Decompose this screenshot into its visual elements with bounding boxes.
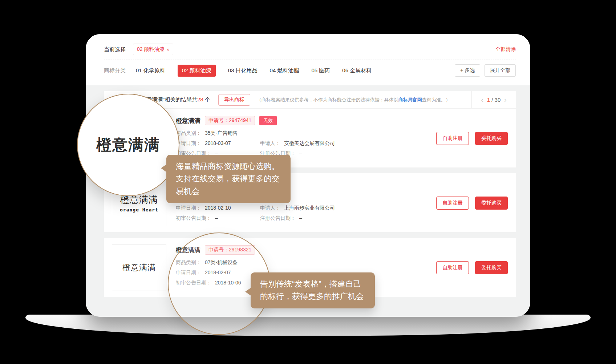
category-list: 01 化学原料 02 颜料油漆 03 日化用品 04 燃料油脂 05 医药 06…: [136, 65, 372, 77]
thumbnail-text: 橙意满满: [122, 262, 156, 273]
application-number-badge: 申请号：29474941: [205, 116, 255, 125]
pagination: ‹ 1 / 30 ›: [471, 91, 516, 108]
trademark-thumbnail[interactable]: 橙意满满: [112, 244, 166, 291]
category-item-06[interactable]: 06 金属材料: [342, 67, 372, 74]
current-page: 1: [487, 97, 490, 103]
trademark-name[interactable]: 橙意满满: [176, 117, 200, 125]
row-actions: 自助注册 委托购买: [429, 197, 508, 210]
first-notice-label: 初审公告日期：: [176, 215, 211, 222]
next-page-icon[interactable]: ›: [504, 96, 506, 103]
self-register-button[interactable]: 自助注册: [436, 197, 469, 210]
table-row: 橙意满满 orange Heart 橙意满满 申请号：29482153 已注册 …: [104, 173, 516, 232]
category-item-05[interactable]: 05 医药: [311, 67, 330, 74]
results-header: 为您检索到“橙意满满”相关的结果共28 个 导出商标 （商标检索结果仅供参考，不…: [104, 91, 516, 109]
filter-panel: 当前选择 02 颜料油漆 × 全部清除 商标分类 01 化学原料 02 颜料油漆…: [86, 34, 530, 85]
trademark-office-link[interactable]: 商标局官网: [398, 97, 422, 102]
apply-no-value: 29474941: [229, 117, 251, 123]
laptop-base: [25, 315, 591, 336]
export-trademark-button[interactable]: 导出商标: [218, 94, 250, 106]
magnified-trademark-text: 橙意满满: [96, 135, 160, 155]
row-detail: 橙意满满 申请号：29474941 无效 商品类别：35类-广告销售 申请日期：…: [176, 115, 429, 160]
category-item-03[interactable]: 03 日化用品: [228, 67, 258, 74]
selected-filter-chip-label: 02 颜料油漆: [137, 46, 164, 53]
category-item-01[interactable]: 01 化学原料: [136, 67, 165, 74]
apply-date-value: 2018-02-10: [205, 205, 231, 211]
applicant-label: 申请人：: [260, 205, 280, 211]
selected-filter-chip[interactable]: 02 颜料油漆 ×: [133, 44, 173, 55]
applicant-value: 安徽美达会展有限公司: [284, 140, 335, 147]
category-actions: + 多选 展开全部: [455, 64, 516, 77]
summary-count: 28: [197, 96, 203, 102]
category-item-02-selected[interactable]: 02 颜料油漆: [178, 65, 216, 77]
page-separator: /: [491, 97, 493, 103]
pagination-value: 1 / 30: [487, 97, 501, 103]
self-register-button[interactable]: 自助注册: [436, 261, 469, 274]
apply-no-label: 申请号：: [208, 117, 229, 123]
applicant-value: 上海雨步实业有限公司: [284, 205, 335, 211]
detail-line: 申请日期：2018-02-10 申请人：上海雨步实业有限公司: [176, 205, 429, 211]
disclaimer-suffix: 查询为准。）: [422, 97, 450, 102]
summary-suffix: 个: [203, 96, 210, 102]
thumbnail-subtext: orange Heart: [120, 207, 158, 213]
tooltip-promotion: 告别传统“发表格”，搭建自己的标行，获得更多的推广机会: [251, 272, 375, 308]
entrust-buy-button[interactable]: 委托购买: [475, 197, 508, 210]
reg-notice-value: –: [299, 215, 302, 222]
current-selection-label: 当前选择: [104, 46, 126, 53]
row-actions: 自助注册 委托购买: [429, 132, 508, 145]
reg-notice-value: –: [299, 150, 302, 157]
category-row-label: 商标分类: [104, 67, 126, 74]
disclaimer-text: （商标检索结果仅供参考，不作为商标能否注册的法律依据；具体以商标局官网查询为准。…: [257, 97, 450, 103]
self-register-button[interactable]: 自助注册: [436, 132, 469, 145]
category-value: 35类-广告销售: [205, 130, 238, 137]
current-selection-row: 当前选择 02 颜料油漆 × 全部清除: [104, 41, 516, 58]
remove-filter-icon[interactable]: ×: [166, 47, 169, 52]
reg-notice-label: 注册公告日期：: [260, 215, 296, 222]
row-title-line: 橙意满满 申请号：29474941 无效: [176, 116, 429, 125]
detail-line: 初审公告日期：– 注册公告日期：–: [176, 215, 429, 222]
applicant-label: 申请人：: [260, 140, 280, 147]
category-label: 商品类别：: [176, 130, 201, 137]
multi-select-button[interactable]: + 多选: [455, 64, 480, 77]
results-block-2: 橙意满满 orange Heart 橙意满满 申请号：29482153 已注册 …: [104, 173, 516, 232]
category-row: 商标分类 01 化学原料 02 颜料油漆 03 日化用品 04 燃料油脂 05 …: [104, 60, 516, 81]
first-notice-value: –: [215, 215, 218, 222]
prev-page-icon[interactable]: ‹: [481, 96, 483, 103]
row-actions: 自助注册 委托购买: [429, 261, 508, 274]
apply-date-value: 2018-03-07: [205, 140, 231, 147]
entrust-buy-button[interactable]: 委托购买: [475, 132, 508, 145]
detail-line: 申请日期：2018-03-07 申请人：安徽美达会展有限公司: [176, 140, 429, 147]
status-badge: 无效: [259, 116, 277, 125]
detail-line: 商品类别：35类-广告销售: [176, 130, 429, 137]
entrust-buy-button[interactable]: 委托购买: [475, 261, 508, 274]
magnifier-circle: 橙意满满: [77, 94, 179, 196]
apply-date-label: 申请日期：: [176, 140, 201, 147]
tooltip-resource: 海量精品商标资源随心选购。支持在线交易，获得更多的交易机会: [166, 155, 291, 203]
expand-all-button[interactable]: 展开全部: [485, 64, 516, 77]
total-pages: 30: [495, 97, 501, 103]
category-item-04[interactable]: 04 燃料油脂: [270, 67, 299, 74]
disclaimer-prefix: （商标检索结果仅供参考，不作为商标能否注册的法律依据；具体以: [257, 97, 398, 102]
clear-all-button[interactable]: 全部清除: [495, 46, 516, 53]
page-background: 当前选择 02 颜料油漆 × 全部清除 商标分类 01 化学原料 02 颜料油漆…: [0, 0, 616, 364]
apply-date-label: 申请日期：: [176, 205, 201, 211]
